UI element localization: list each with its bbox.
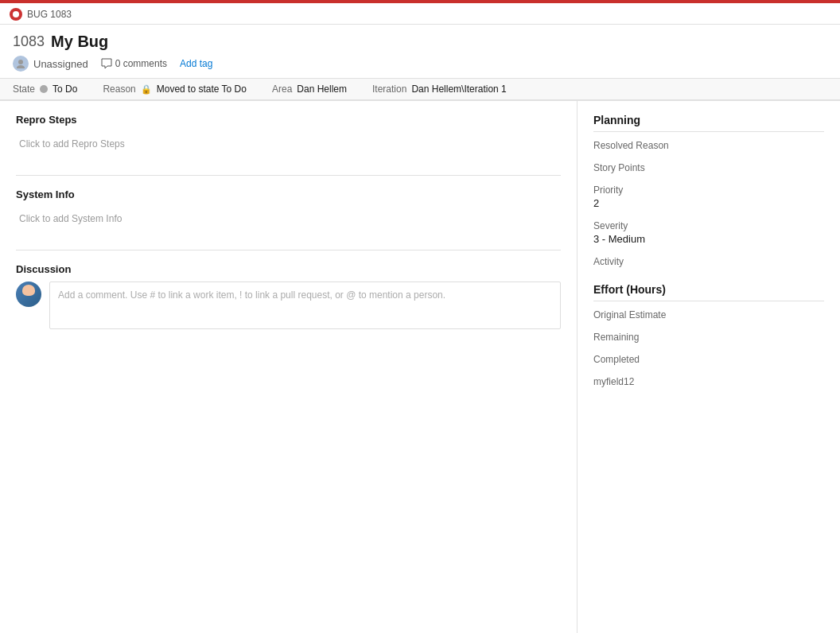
effort-title: Effort (Hours) — [593, 283, 824, 301]
divider-2 — [16, 250, 561, 250]
planning-title: Planning — [593, 114, 824, 132]
iteration-value: Dan Hellem\Iteration 1 — [411, 83, 506, 95]
left-panel: Repro Steps Click to add Repro Steps Sys… — [0, 101, 578, 633]
severity-label: Severity — [593, 220, 824, 231]
reason-label: Reason — [103, 83, 135, 95]
svg-point-0 — [18, 60, 23, 64]
right-panel: Planning Resolved Reason Story Points Pr… — [578, 101, 840, 633]
completed-label: Completed — [593, 354, 824, 365]
completed-row[interactable]: Completed — [593, 354, 824, 365]
comments-button[interactable]: 0 comments — [101, 58, 167, 69]
work-item-header: 1083 My Bug Unassigned 0 comments Add ta… — [0, 25, 840, 79]
comment-placeholder: Add a comment. Use # to link a work item… — [58, 289, 445, 301]
original-estimate-label: Original Estimate — [593, 309, 824, 320]
severity-row[interactable]: Severity 3 - Medium — [593, 220, 824, 245]
reason-value: Moved to state To Do — [157, 83, 247, 95]
comment-input-box[interactable]: Add a comment. Use # to link a work item… — [49, 282, 561, 329]
severity-value: 3 - Medium — [593, 233, 824, 245]
svg-point-1 — [17, 65, 25, 68]
story-points-row[interactable]: Story Points — [593, 162, 824, 173]
add-tag-button[interactable]: Add tag — [180, 58, 212, 69]
effort-section: Effort (Hours) Original Estimate Remaini… — [593, 283, 824, 387]
system-info-section: System Info Click to add System Info — [16, 188, 561, 231]
tab-label: BUG 1083 — [27, 9, 72, 20]
assignee-label: Unassigned — [33, 58, 88, 70]
state-value: To Do — [52, 83, 77, 95]
work-item-title[interactable]: My Bug — [51, 33, 108, 51]
bug-icon — [10, 8, 22, 21]
title-bar: BUG 1083 — [0, 3, 840, 25]
area-value: Dan Hellem — [297, 83, 347, 95]
fields-bar: State To Do Reason 🔒 Moved to state To D… — [0, 79, 840, 101]
divider-1 — [16, 175, 561, 176]
repro-steps-placeholder[interactable]: Click to add Repro Steps — [16, 132, 561, 156]
state-field-group[interactable]: State To Do — [13, 83, 77, 95]
remaining-row[interactable]: Remaining — [593, 332, 824, 343]
priority-value: 2 — [593, 197, 824, 209]
comment-icon — [101, 58, 112, 69]
reason-field-group[interactable]: Reason 🔒 Moved to state To Do — [103, 83, 247, 95]
comment-input-row: Add a comment. Use # to link a work item… — [16, 282, 561, 329]
resolved-reason-row[interactable]: Resolved Reason — [593, 140, 824, 151]
iteration-field-group[interactable]: Iteration Dan Hellem\Iteration 1 — [372, 83, 507, 95]
state-label: State — [13, 83, 35, 95]
comments-count: 0 comments — [115, 58, 167, 69]
myfield-row[interactable]: myfield12 — [593, 376, 824, 387]
work-item-id: 1083 — [13, 33, 45, 50]
discussion-title: Discussion — [16, 263, 561, 275]
repro-steps-title: Repro Steps — [16, 114, 561, 126]
assignee-avatar — [13, 56, 29, 72]
discussion-section: Discussion Add a comment. Use # to link … — [16, 263, 561, 329]
assignee-row[interactable]: Unassigned — [13, 56, 88, 72]
current-user-avatar — [16, 282, 41, 307]
planning-section: Planning Resolved Reason Story Points Pr… — [593, 114, 824, 267]
area-label: Area — [272, 83, 292, 95]
state-dot-icon — [40, 85, 48, 93]
priority-row[interactable]: Priority 2 — [593, 184, 824, 209]
original-estimate-row[interactable]: Original Estimate — [593, 309, 824, 320]
system-info-title: System Info — [16, 188, 561, 200]
repro-steps-section: Repro Steps Click to add Repro Steps — [16, 114, 561, 156]
area-field-group[interactable]: Area Dan Hellem — [272, 83, 347, 95]
activity-row[interactable]: Activity — [593, 256, 824, 267]
iteration-label: Iteration — [372, 83, 406, 95]
main-content: Repro Steps Click to add Repro Steps Sys… — [0, 101, 840, 633]
activity-label: Activity — [593, 256, 824, 267]
story-points-label: Story Points — [593, 162, 824, 173]
system-info-placeholder[interactable]: Click to add System Info — [16, 207, 561, 231]
priority-label: Priority — [593, 184, 824, 196]
remaining-label: Remaining — [593, 332, 824, 343]
resolved-reason-label: Resolved Reason — [593, 140, 824, 151]
lock-icon: 🔒 — [141, 84, 152, 95]
myfield-label: myfield12 — [593, 376, 824, 387]
